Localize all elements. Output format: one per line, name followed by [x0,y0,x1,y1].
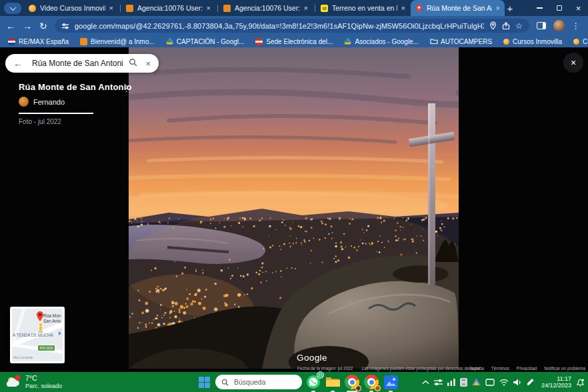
author-name: Fernando [33,98,65,106]
notifications-bell-icon[interactable] [576,378,585,387]
drive-sync-warning-icon[interactable] [472,378,481,386]
share-icon[interactable] [502,22,510,30]
privacy-link[interactable]: Privacidad [517,366,537,371]
tab-search-button[interactable] [4,3,21,14]
clock-date: 24/12/2023 [541,382,571,389]
footer-left: Fecha de la imagen: jul 2022 Las imágene… [297,366,481,371]
sliders-icon[interactable] [434,379,443,386]
red-map-pin-icon [36,311,44,322]
whatsapp-icon[interactable]: 31 [305,374,321,390]
bookmark-asociados[interactable]: Asociados - Google... [344,38,419,45]
taskbar-search-input[interactable] [233,377,290,387]
photo-meta: Foto - jul 2022 [19,118,125,125]
terms-link[interactable]: Términos [491,366,509,371]
minimap[interactable]: Rúa Mon San Anto A TENDA DE MUCHA PO-315… [10,307,65,363]
photos-app-icon[interactable] [383,374,399,390]
side-panel-icon[interactable] [537,22,546,29]
tab-video-cursos-inmovilla[interactable]: Video Cursos Inmovilla × [24,0,118,16]
photo[interactable] [129,47,459,369]
pen-icon[interactable] [527,378,535,386]
start-button[interactable] [196,374,212,390]
clear-search-icon[interactable]: × [145,59,151,69]
tab-rua-monte-active[interactable]: Rúa Monte de San Antonio - G × [411,0,505,16]
sunset-photo-art [129,47,459,369]
bookmark-label: AUTOCAMPERS [441,38,492,45]
location-pin-icon[interactable] [489,21,497,30]
tab-close-icon[interactable]: × [109,4,113,12]
back-button[interactable]: ← [6,21,15,31]
bookmarks-bar: RE/MAX España Bienvenid@ a Inmo... CAPTA… [0,35,588,47]
remax-balloon-icon [8,38,15,45]
bookmark-label: Sede Electrónica del... [266,38,333,45]
chrome-icon-active[interactable] [344,374,360,390]
bookmark-cursos-inmovilla-1[interactable]: Cursos Inmovilla [503,38,562,45]
tab-close-icon[interactable]: × [496,4,500,12]
bookmark-label: Cursos inmovilla [583,38,588,45]
tab-close-icon[interactable]: × [401,4,405,12]
inmovilla-favicon [29,5,36,12]
forward-button[interactable]: → [23,21,32,31]
file-explorer-icon[interactable] [325,374,341,390]
close-photo-button[interactable]: × [563,53,583,73]
taskbar-clock[interactable]: 11:17 24/12/2023 [541,375,571,389]
reload-button[interactable]: ↻ [39,21,47,31]
weather-widget[interactable]: 7°C Parc. soleado [5,374,62,390]
display-icon[interactable] [485,379,495,386]
browser-menu-icon[interactable]: ⋮ [572,21,580,31]
bookmark-remax[interactable]: RE/MAX España [8,38,69,45]
photo-menu-icon[interactable]: ⋮ [122,83,131,93]
site-settings-icon[interactable] [61,22,69,30]
bookmark-sede-electronica[interactable]: Sede Electrónica del... [255,38,333,45]
bookmark-label: Asociados - Google... [355,38,419,45]
search-icon[interactable] [129,57,137,69]
signal-bars-icon[interactable] [447,379,455,386]
maps-search-query[interactable]: Rúa Monte de San Antonio [32,59,123,68]
window-minimize-button[interactable] [530,0,549,16]
region-label: España [469,366,484,371]
maps-search-box[interactable]: ← Rúa Monte de San Antonio × [5,54,159,73]
pin-label-line2: San Anto [43,319,61,324]
screen: Video Cursos Inmovilla × Agencia:10076 U… [0,0,588,392]
image-date: Fecha de la imagen: jul 2022 [297,366,353,371]
device-icon[interactable] [460,378,467,387]
hidden-icons-chevron[interactable] [422,380,429,385]
new-tab-button[interactable]: + [503,1,517,15]
search-icon [221,379,229,386]
tab-terreno-idealista[interactable]: id Terreno en venta en Monte Sa × [316,0,410,16]
idealista-favicon: id [321,5,328,12]
back-arrow-icon[interactable]: ← [13,58,23,69]
speaker-icon[interactable] [513,379,522,386]
window-close-button[interactable]: × [569,0,588,16]
bookmark-bienvenida[interactable]: Bienvenid@ a Inmo... [80,38,155,45]
partly-sunny-icon [5,374,21,390]
weather-condition: Parc. soleado [25,382,62,390]
chrome-icon-secondary[interactable] [363,374,379,390]
photo-author-row[interactable]: Fernando [19,97,125,107]
agencia-favicon [126,5,133,12]
taskbar-search[interactable] [215,375,302,389]
report-problem-link[interactable]: Notificar un problema [544,366,585,371]
system-tray: 11:17 24/12/2023 [422,372,587,392]
toolbar-right-icons: ⋮ [537,20,580,31]
window-maximize-button[interactable] [549,0,569,16]
address-bar[interactable]: google.com/maps/@42.2629761,-8.8073804,3… [55,19,529,33]
tab-separator [315,5,315,12]
bookmark-captacion[interactable]: CAPTACIÓN - Googl... [166,38,245,45]
bookmark-cursos-inmovilla-2[interactable]: Cursos inmovilla [573,38,588,45]
tab-close-icon[interactable]: × [207,4,211,12]
wifi-icon[interactable] [499,379,509,386]
bookmark-star-icon[interactable]: ☆ [515,21,523,31]
minimize-icon [537,7,543,8]
profile-avatar[interactable] [553,20,565,31]
maps-footer: Fecha de la imagen: jul 2022 Las imágene… [0,365,588,372]
tab-agencia-1[interactable]: Agencia:10076 User:155809 × [121,0,215,16]
maps-photo-viewer: ← Rúa Monte de San Antonio × Rúa Monte d… [0,47,588,372]
tab-agencia-2[interactable]: Agencia:10076 User:155809 × [219,0,313,16]
tab-close-icon[interactable]: × [304,4,308,12]
bookmark-label: Cursos Inmovilla [513,38,562,45]
sede-icon [255,38,263,45]
tab-separator [217,5,218,12]
inmovilla-dot-icon [503,39,509,45]
bookmark-folder-autocampers[interactable]: AUTOCAMPERS [430,38,492,45]
pegman-icon[interactable] [38,323,43,333]
